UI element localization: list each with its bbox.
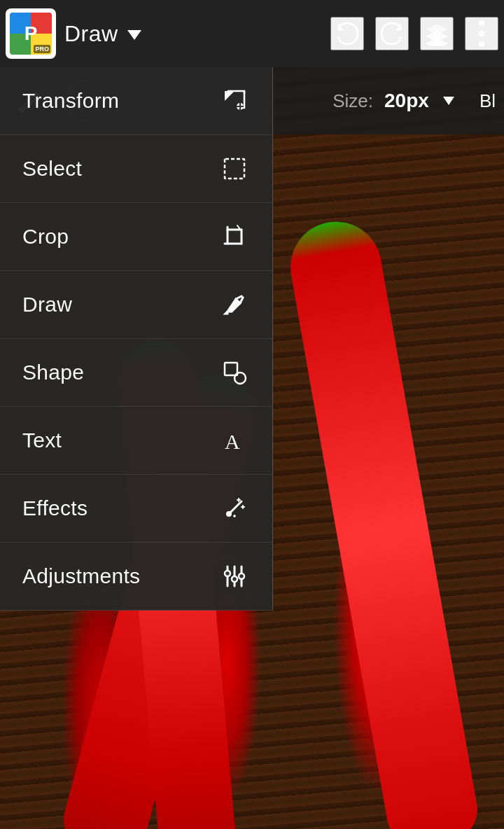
- svg-text:A: A: [225, 430, 240, 453]
- page-title: Draw: [64, 21, 330, 47]
- shape-label: Shape: [22, 361, 84, 384]
- size-label: Size:: [332, 90, 373, 112]
- svg-point-21: [227, 512, 231, 516]
- select-label: Select: [22, 157, 82, 181]
- menu-item-select[interactable]: Select: [0, 135, 272, 203]
- menu-item-effects[interactable]: Effects: [0, 475, 272, 543]
- draw-icon: [219, 289, 250, 320]
- select-icon: [219, 153, 250, 184]
- app-header: P PRO Draw: [0, 0, 504, 67]
- effects-label: Effects: [22, 496, 88, 520]
- size-value[interactable]: 20px: [384, 90, 429, 112]
- text-label: Text: [22, 429, 62, 452]
- svg-point-4: [479, 31, 484, 36]
- redo-button[interactable]: [375, 17, 409, 50]
- menu-item-adjustments[interactable]: Adjustments: [0, 543, 272, 611]
- svg-point-5: [479, 41, 484, 47]
- svg-point-33: [239, 573, 244, 579]
- draw-label: Draw: [22, 293, 72, 316]
- adjustments-icon: [219, 561, 250, 592]
- transform-label: Transform: [22, 89, 119, 113]
- svg-rect-17: [225, 363, 237, 375]
- title-dropdown-caret[interactable]: [127, 30, 141, 40]
- menu-item-crop[interactable]: Crop: [0, 203, 272, 271]
- svg-rect-11: [225, 159, 244, 179]
- svg-point-18: [234, 372, 246, 384]
- header-actions: [330, 17, 498, 50]
- effects-icon: [219, 493, 250, 524]
- menu-item-text[interactable]: Text A: [0, 407, 272, 475]
- menu-item-shape[interactable]: Shape: [0, 339, 272, 407]
- shape-icon: [219, 357, 250, 388]
- logo-pro-badge: PRO: [34, 45, 50, 53]
- menu-item-draw[interactable]: Draw: [0, 271, 272, 339]
- svg-marker-7: [225, 91, 234, 101]
- svg-point-3: [479, 20, 484, 26]
- logo-letter: P: [24, 22, 38, 45]
- crop-label: Crop: [22, 225, 69, 249]
- crop-icon: [219, 221, 250, 252]
- tool-dropdown-menu: Transform Select Crop: [0, 67, 273, 611]
- text-icon: A: [219, 425, 250, 456]
- svg-point-31: [225, 571, 230, 576]
- adjustments-label: Adjustments: [22, 564, 140, 588]
- svg-marker-2: [426, 38, 448, 46]
- layers-button[interactable]: [420, 17, 454, 50]
- menu-item-transform[interactable]: Transform: [0, 67, 272, 135]
- undo-button[interactable]: [330, 17, 364, 50]
- svg-point-32: [232, 576, 237, 582]
- blur-label: Bl: [479, 90, 496, 112]
- app-logo: P PRO: [6, 8, 56, 59]
- transform-icon: [219, 85, 250, 116]
- more-options-button[interactable]: [465, 17, 498, 50]
- size-dropdown-caret[interactable]: [443, 97, 454, 105]
